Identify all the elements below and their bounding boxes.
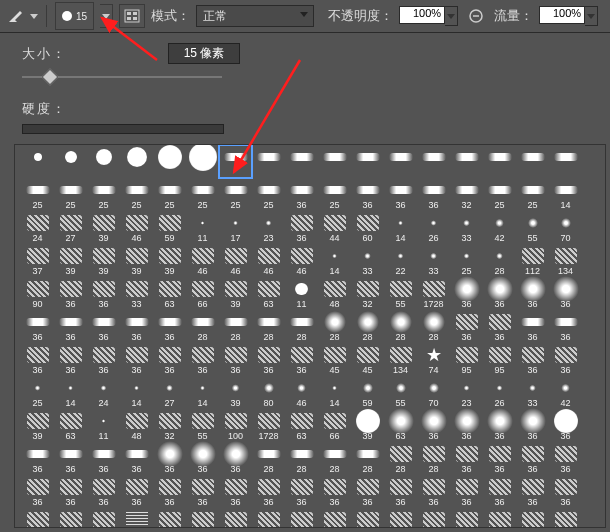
brush-swatch[interactable] <box>186 145 219 178</box>
brush-swatch[interactable] <box>21 145 54 178</box>
brush-swatch[interactable]: 36 <box>21 442 54 475</box>
brush-swatch[interactable]: 55 <box>516 211 549 244</box>
brush-swatch[interactable]: 36 <box>384 178 417 211</box>
brush-swatch[interactable]: 28 <box>318 310 351 343</box>
brush-swatch[interactable]: 28 <box>252 310 285 343</box>
brush-swatch[interactable]: 32 <box>153 409 186 442</box>
brush-swatch[interactable] <box>252 145 285 178</box>
size-slider[interactable] <box>22 70 222 84</box>
brush-swatch[interactable]: 36 <box>516 343 549 376</box>
brush-swatch[interactable]: 63 <box>384 409 417 442</box>
brush-swatch[interactable]: 28 <box>252 442 285 475</box>
brush-swatch[interactable]: 36 <box>285 475 318 508</box>
brush-swatch[interactable] <box>285 145 318 178</box>
brush-swatch[interactable]: 24 <box>87 376 120 409</box>
brush-swatch[interactable]: 27 <box>153 376 186 409</box>
brush-swatch[interactable]: 14 <box>54 376 87 409</box>
brush-swatch[interactable]: 25 <box>351 508 384 528</box>
brush-swatch[interactable]: 80 <box>252 376 285 409</box>
brush-swatch[interactable]: 100 <box>219 409 252 442</box>
brush-swatch[interactable]: 36 <box>186 343 219 376</box>
brush-swatch[interactable]: 134 <box>384 343 417 376</box>
brush-swatch[interactable]: 36 <box>54 475 87 508</box>
brush-swatch[interactable]: 36 <box>87 310 120 343</box>
brush-swatch[interactable]: 36 <box>450 442 483 475</box>
brush-swatch[interactable] <box>153 145 186 178</box>
brush-swatch[interactable]: 25 <box>120 178 153 211</box>
brush-swatch[interactable]: 112 <box>516 244 549 277</box>
brush-swatch[interactable]: 28 <box>417 442 450 475</box>
brush-swatch[interactable]: 55 <box>384 277 417 310</box>
brush-swatch[interactable]: 36 <box>450 508 483 528</box>
blend-mode-select[interactable]: 正常 <box>196 5 314 27</box>
brush-swatch[interactable]: 37 <box>21 244 54 277</box>
brush-swatch[interactable]: 36 <box>285 211 318 244</box>
brush-swatch[interactable]: 36 <box>21 310 54 343</box>
brush-swatch[interactable]: 25 <box>54 178 87 211</box>
brush-swatch[interactable]: 25 <box>186 508 219 528</box>
brush-swatch[interactable]: 1728 <box>252 409 285 442</box>
brush-swatch[interactable] <box>120 145 153 178</box>
brush-swatch[interactable]: 25 <box>252 508 285 528</box>
brush-swatch[interactable]: 46 <box>219 244 252 277</box>
brush-swatch[interactable] <box>483 145 516 178</box>
brush-swatch[interactable]: 22 <box>384 244 417 277</box>
brush-swatch[interactable]: 36 <box>186 475 219 508</box>
brush-swatch[interactable]: 36 <box>549 310 582 343</box>
brush-swatch[interactable]: 36 <box>450 409 483 442</box>
brush-swatch[interactable]: 36 <box>351 475 384 508</box>
brush-swatch[interactable]: 36 <box>87 277 120 310</box>
brush-swatch[interactable]: 46 <box>285 244 318 277</box>
brush-swatch[interactable]: 36 <box>120 310 153 343</box>
brush-swatch[interactable]: 45 <box>351 343 384 376</box>
brush-swatch[interactable]: 36 <box>219 475 252 508</box>
brush-swatch[interactable]: 36 <box>549 475 582 508</box>
brush-swatch[interactable]: ★74 <box>417 343 450 376</box>
brush-swatch[interactable] <box>384 145 417 178</box>
brush-swatch[interactable] <box>516 145 549 178</box>
brush-swatch[interactable]: 25 <box>54 508 87 528</box>
brush-swatch[interactable]: 39 <box>120 244 153 277</box>
brush-panel-toggle[interactable] <box>119 4 145 28</box>
brush-swatch[interactable]: 11 <box>186 211 219 244</box>
brush-swatch[interactable]: 25 <box>186 178 219 211</box>
brush-swatch[interactable]: 45 <box>318 343 351 376</box>
brush-swatch[interactable]: 36 <box>483 442 516 475</box>
brush-swatch[interactable] <box>219 145 252 178</box>
brush-swatch[interactable]: 36 <box>549 343 582 376</box>
brush-swatch[interactable]: 36 <box>516 409 549 442</box>
brush-swatch[interactable]: 36 <box>21 475 54 508</box>
brush-swatch[interactable]: 46 <box>120 211 153 244</box>
brush-swatch[interactable]: 36 <box>483 277 516 310</box>
brush-swatch[interactable]: 25 <box>219 508 252 528</box>
brush-swatch[interactable]: 39 <box>21 409 54 442</box>
brush-swatch[interactable]: 36 <box>450 475 483 508</box>
brush-swatch[interactable]: 23 <box>252 211 285 244</box>
brush-swatch[interactable]: 36 <box>21 343 54 376</box>
brush-swatch[interactable]: 25 <box>252 178 285 211</box>
brush-swatch[interactable]: 36 <box>483 475 516 508</box>
brush-swatch[interactable]: 55 <box>186 409 219 442</box>
brush-swatch[interactable]: 70 <box>417 376 450 409</box>
brush-swatch[interactable]: 14 <box>549 508 582 528</box>
brush-swatch[interactable]: 11 <box>87 409 120 442</box>
brush-swatch[interactable] <box>351 145 384 178</box>
brush-swatch[interactable]: 39 <box>351 409 384 442</box>
brush-swatch[interactable]: 23 <box>450 376 483 409</box>
brush-swatch[interactable]: 14 <box>186 376 219 409</box>
brush-swatch[interactable]: 70 <box>549 211 582 244</box>
brush-swatch[interactable]: 90 <box>21 277 54 310</box>
brush-swatch[interactable]: 28 <box>351 310 384 343</box>
brush-swatch[interactable]: 66 <box>186 277 219 310</box>
brush-preset-dropdown[interactable] <box>100 4 113 28</box>
brush-swatch[interactable]: 36 <box>450 277 483 310</box>
size-input[interactable]: 15 像素 <box>168 43 240 64</box>
brush-swatch[interactable] <box>87 145 120 178</box>
brush-swatch[interactable]: 28 <box>384 442 417 475</box>
brush-swatch[interactable]: 36 <box>120 442 153 475</box>
brush-swatch[interactable]: 39 <box>219 277 252 310</box>
brush-swatch[interactable]: 36 <box>483 409 516 442</box>
brush-swatch[interactable]: 33 <box>120 277 153 310</box>
brush-swatch[interactable]: 25 <box>483 178 516 211</box>
brush-swatch[interactable]: 25 <box>153 508 186 528</box>
